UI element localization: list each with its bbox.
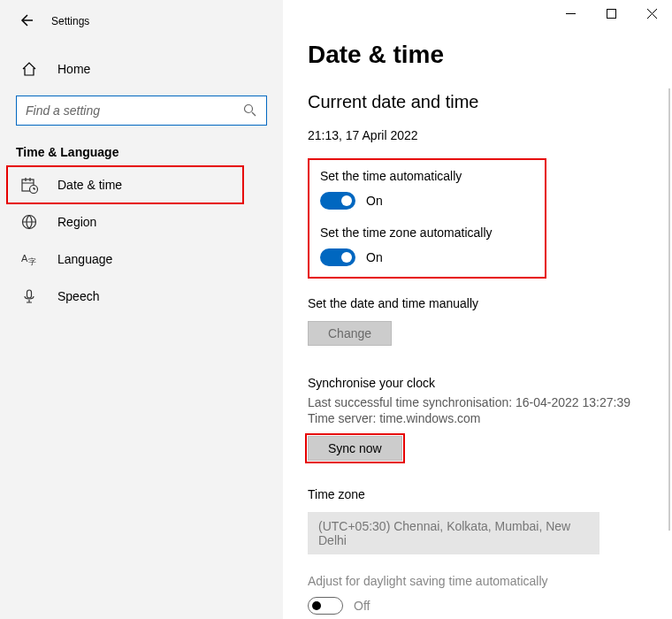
sidebar-item-date-time[interactable]: Date & time (7, 166, 243, 203)
svg-rect-8 (27, 290, 32, 298)
minimize-button[interactable] (550, 0, 591, 27)
sidebar-item-speech[interactable]: Speech (0, 278, 283, 315)
maximize-button[interactable] (591, 0, 631, 27)
close-button[interactable] (631, 0, 672, 27)
svg-text:A: A (21, 253, 28, 264)
tz-title: Time zone (308, 487, 653, 501)
nav-label: Region (57, 215, 96, 229)
page-title: Date & time (308, 41, 653, 69)
auto-time-state: On (366, 194, 383, 208)
sync-last: Last successful time synchronisation: 16… (308, 395, 653, 409)
app-title: Settings (51, 15, 89, 27)
search-icon (243, 103, 257, 118)
scrollbar[interactable] (668, 88, 670, 531)
auto-time-toggle[interactable] (320, 192, 355, 210)
auto-tz-state: On (366, 250, 383, 264)
tz-dropdown[interactable]: (UTC+05:30) Chennai, Kolkata, Mumbai, Ne… (308, 512, 599, 554)
auto-section-highlight: Set the time automatically On Set the ti… (308, 158, 546, 279)
svg-rect-1 (607, 9, 615, 18)
search-input[interactable] (26, 103, 243, 118)
nav-label: Speech (57, 289, 99, 303)
sidebar-item-language[interactable]: A字 Language (0, 241, 283, 278)
globe-icon (20, 213, 38, 231)
sidebar-item-region[interactable]: Region (0, 203, 283, 241)
language-icon: A字 (20, 250, 38, 268)
current-datetime: 21:13, 17 April 2022 (308, 128, 653, 142)
auto-tz-label: Set the time zone automatically (320, 225, 534, 240)
manual-label: Set the date and time manually (308, 296, 653, 310)
category-title: Time & Language (0, 126, 283, 166)
dst-label: Adjust for daylight saving time automati… (308, 574, 653, 588)
auto-time-label: Set the time automatically (320, 169, 534, 183)
date-time-icon (20, 176, 38, 194)
home-icon (20, 60, 38, 78)
nav-label: Language (57, 252, 112, 266)
nav-label: Date & time (57, 178, 122, 192)
sidebar-home[interactable]: Home (0, 51, 283, 87)
change-button[interactable]: Change (308, 321, 392, 346)
svg-text:字: 字 (28, 257, 36, 266)
home-label: Home (57, 62, 90, 76)
sync-server: Time server: time.windows.com (308, 411, 653, 425)
sync-title: Synchronise your clock (308, 376, 653, 390)
svg-rect-0 (566, 13, 576, 14)
dst-toggle[interactable] (308, 597, 343, 615)
dst-state: Off (354, 599, 370, 613)
back-button[interactable] (18, 12, 35, 30)
page-subtitle: Current date and time (308, 92, 653, 112)
microphone-icon (20, 287, 38, 305)
svg-point-2 (245, 105, 253, 113)
search-box[interactable] (16, 96, 267, 126)
auto-tz-toggle[interactable] (320, 248, 355, 266)
sync-now-button[interactable]: Sync now (308, 436, 402, 461)
